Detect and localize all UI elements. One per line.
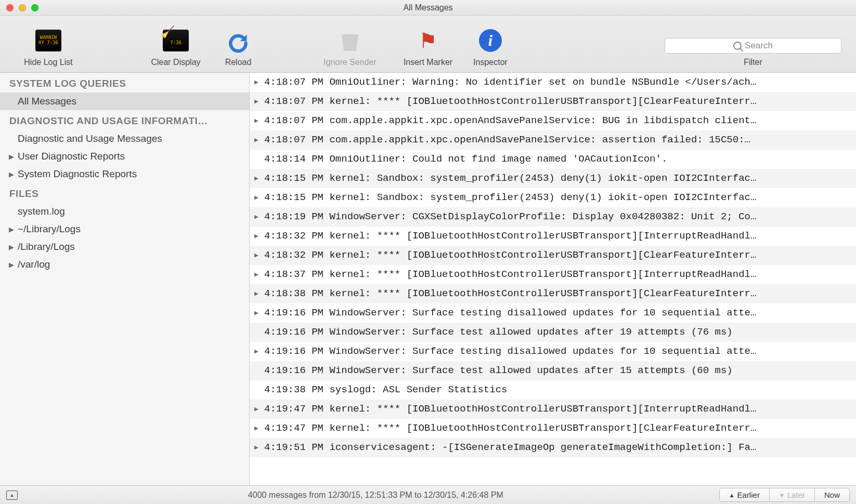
log-message: 4:18:07 PM OmniOutliner: Warning: No ide… [264,73,756,92]
disclosure-triangle-icon[interactable]: ▶ [8,243,15,251]
reload-label: Reload [225,58,252,67]
log-row[interactable]: ▶4:18:15 PM kernel: Sandbox: system_prof… [250,169,856,188]
log-message: 4:18:38 PM kernel: **** [IOBluetoothHost… [264,284,756,303]
sidebar-item[interactable]: system.log [0,203,249,220]
disclosure-triangle-icon[interactable]: ▶ [252,246,261,265]
window-controls [0,4,38,11]
disclosure-triangle-icon[interactable]: ▶ [252,284,261,303]
inspector-label: Inspector [473,58,508,67]
log-row[interactable]: ▶4:18:19 PM WindowServer: CGXSetDisplayC… [250,207,856,227]
sidebar-item[interactable]: All Messages [0,92,249,110]
log-row[interactable]: ▶4:18:15 PM kernel: Sandbox: system_prof… [250,188,856,207]
disclosure-triangle-icon[interactable]: ▶ [252,265,261,284]
filter-group: Search Filter [659,38,847,67]
log-message: 4:19:38 PM syslogd: ASL Sender Statistic… [264,380,507,400]
log-row[interactable]: ▶4:18:37 PM kernel: **** [IOBluetoothHos… [250,265,856,284]
minimize-window-button[interactable] [19,4,26,11]
disclosure-triangle-icon[interactable]: ▶ [8,170,15,178]
ignore-sender-button[interactable]: Ignore Sender [311,26,389,67]
log-message: 4:18:07 PM kernel: **** [IOBluetoothHost… [264,92,756,111]
sidebar-item[interactable]: ▶User Diagnostic Reports [0,148,249,165]
clear-display-button[interactable]: 7:36 🧹 Clear Display [137,26,215,67]
ignore-sender-label: Ignore Sender [323,58,376,67]
disclosure-triangle-icon[interactable]: ▶ [252,130,261,150]
log-row[interactable]: ▶4:19:16 PM WindowServer: Surface testin… [250,342,856,361]
log-row[interactable]: ▶4:19:16 PM WindowServer: Surface testin… [250,303,856,323]
disclosure-triangle-icon[interactable]: ▶ [252,188,261,207]
sidebar-item[interactable]: ▶/var/log [0,256,249,273]
log-row[interactable]: ▶4:18:38 PM kernel: **** [IOBluetoothHos… [250,284,856,303]
log-message: 4:19:16 PM WindowServer: Surface testing… [264,303,756,323]
disclosure-triangle-icon[interactable]: ▶ [252,400,261,419]
log-row[interactable]: ▶4:18:32 PM kernel: **** [IOBluetoothHos… [250,246,856,265]
log-message: 4:19:16 PM WindowServer: Surface test al… [264,323,733,342]
log-message: 4:18:32 PM kernel: **** [IOBluetoothHost… [264,246,756,265]
log-row[interactable]: ▶4:18:07 PM kernel: **** [IOBluetoothHos… [250,92,856,111]
log-row[interactable]: ▶4:18:14 PM OmniOutliner: Could not find… [250,150,856,169]
filter-label: Filter [744,58,762,67]
log-row[interactable]: ▶4:18:07 PM com.apple.appkit.xpc.openAnd… [250,130,856,150]
disclosure-triangle-icon[interactable]: ▶ [252,73,261,92]
titlebar: All Messages [0,0,856,16]
disclosure-triangle-icon[interactable]: ▶ [252,342,261,361]
later-label: Later [787,490,805,499]
disclosure-triangle-icon[interactable]: ▶ [252,419,261,438]
disclosure-triangle-icon[interactable]: ▶ [252,92,261,111]
sidebar-item-label: System Diagnostic Reports [18,168,137,180]
sidebar-item-label: All Messages [18,96,76,107]
later-button[interactable]: ▼ Later [770,488,814,502]
sidebar-item-label: ~/Library/Logs [18,223,81,235]
disclosure-triangle-icon[interactable]: ▶ [252,227,261,246]
log-row[interactable]: ▶4:19:47 PM kernel: **** [IOBluetoothHos… [250,400,856,419]
eraser-icon: 7:36 🧹 [162,26,190,55]
search-input[interactable]: Search [665,38,841,54]
sidebar-item-label: Diagnostic and Usage Messages [18,133,162,144]
flag-icon: ⚑ [414,26,442,55]
insert-marker-label: Insert Marker [404,58,452,67]
now-button[interactable]: Now [814,488,850,502]
log-row[interactable]: ▶4:18:07 PM OmniOutliner: Warning: No id… [250,73,856,92]
log-row[interactable]: ▶4:18:32 PM kernel: **** [IOBluetoothHos… [250,227,856,246]
sidebar-item[interactable]: ▶/Library/Logs [0,238,249,256]
disclosure-triangle-icon[interactable]: ▶ [252,207,261,227]
log-message: 4:18:07 PM com.apple.appkit.xpc.openAndS… [264,130,750,150]
log-row[interactable]: ▶4:19:16 PM WindowServer: Surface test a… [250,361,856,380]
sidebar-item[interactable]: ▶~/Library/Logs [0,220,249,238]
log-row[interactable]: ▶4:19:51 PM iconservicesagent: -[ISGener… [250,438,856,457]
log-message: 4:19:47 PM kernel: **** [IOBluetoothHost… [264,400,756,419]
sidebar-section-header: DIAGNOSTIC AND USAGE INFORMATI… [0,110,249,130]
now-label: Now [824,490,840,499]
insert-marker-button[interactable]: ⚑ Insert Marker [389,26,467,67]
hide-log-list-label: Hide Log List [24,58,72,67]
log-message: 4:18:15 PM kernel: Sandbox: system_profi… [264,169,756,188]
log-message: 4:19:16 PM WindowServer: Surface testing… [264,342,756,361]
log-message: 4:19:51 PM iconservicesagent: -[ISGenera… [264,438,756,457]
disclosure-triangle-icon[interactable]: ▶ [8,261,15,269]
toolbar: WARNINAY 7:36 Hide Log List 7:36 🧹 Clear… [0,16,856,73]
disclosure-triangle-icon[interactable]: ▶ [252,169,261,188]
log-row[interactable]: ▶4:19:47 PM kernel: **** [IOBluetoothHos… [250,419,856,438]
disclosure-triangle-icon[interactable]: ▶ [8,226,15,233]
inspector-button[interactable]: i Inspector [467,26,514,67]
close-window-button[interactable] [6,4,14,11]
main-split: SYSTEM LOG QUERIESAll MessagesDIAGNOSTIC… [0,73,856,485]
zoom-window-button[interactable] [31,4,38,11]
sidebar-item[interactable]: Diagnostic and Usage Messages [0,130,249,148]
earlier-button[interactable]: ▲ Earlier [719,488,770,502]
screen-sharing-icon[interactable] [6,490,18,500]
clear-display-label: Clear Display [151,58,200,67]
hide-log-list-button[interactable]: WARNINAY 7:36 Hide Log List [9,26,87,67]
log-message: 4:18:37 PM kernel: **** [IOBluetoothHost… [264,265,756,284]
disclosure-triangle-icon[interactable]: ▶ [252,303,261,323]
log-row[interactable]: ▶4:19:38 PM syslogd: ASL Sender Statisti… [250,380,856,400]
disclosure-triangle-icon[interactable]: ▶ [252,438,261,457]
time-nav-buttons: ▲ Earlier ▼ Later Now [719,488,850,502]
log-pane[interactable]: ▶4:18:07 PM OmniOutliner: Warning: No id… [250,73,856,485]
sidebar-item[interactable]: ▶System Diagnostic Reports [0,165,249,183]
log-row[interactable]: ▶4:18:07 PM com.apple.appkit.xpc.openAnd… [250,111,856,130]
disclosure-triangle-icon[interactable]: ▶ [8,153,15,161]
reload-button[interactable]: Reload [215,32,262,67]
log-message: 4:18:19 PM WindowServer: CGXSetDisplayCo… [264,207,756,227]
disclosure-triangle-icon[interactable]: ▶ [252,111,261,130]
log-row[interactable]: ▶4:19:16 PM WindowServer: Surface test a… [250,323,856,342]
